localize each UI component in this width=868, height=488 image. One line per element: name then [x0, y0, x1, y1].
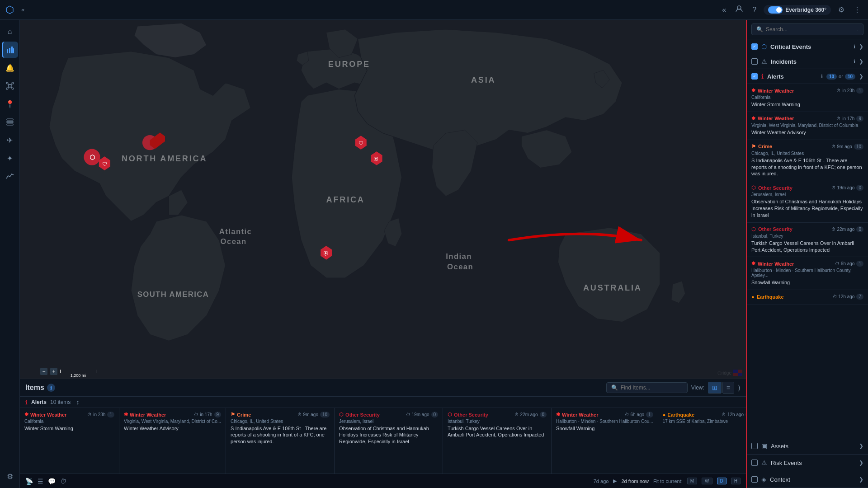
panels-icon-clock[interactable]: ⏱	[60, 478, 66, 485]
svg-rect-14	[7, 119, 13, 120]
alert-card-1[interactable]: ✱ Winter Weather ⏱ in 23h 1 California W…	[20, 408, 119, 474]
assets-checkbox[interactable]	[751, 443, 758, 449]
content-area: NORTH AMERICA EUROPE ASIA Atlantic Ocean…	[20, 20, 746, 488]
assets-expand[interactable]: ❯	[859, 443, 863, 449]
incidents-icon: ⚠	[761, 58, 767, 65]
rp-search-input[interactable]	[766, 26, 854, 33]
sidebar-item-layers[interactable]	[2, 114, 18, 130]
items-info-badge[interactable]: ℹ	[47, 384, 55, 392]
alerts-of-text: or	[839, 74, 843, 79]
ev360-toggle[interactable]: Everbridge 360°	[764, 5, 831, 15]
alert-card-3[interactable]: ⚑ Crime ⏱ 9m ago 10 Chicago, IL, United …	[226, 408, 335, 474]
card-4-location: Jerusalem, Israel	[339, 419, 438, 424]
panels-icon-feed[interactable]: 📡	[25, 478, 33, 485]
scale-text: 1,200 mi	[71, 373, 86, 378]
nav-collapse-btn[interactable]: «	[18, 5, 28, 15]
sidebar-item-chart[interactable]	[2, 168, 18, 184]
incidents-checkbox[interactable]	[751, 58, 758, 65]
rp-context-section[interactable]: ◈ Context ❯	[747, 471, 868, 488]
svg-text:🛡: 🛡	[102, 161, 107, 167]
view-buttons: ⊞ ≡	[708, 382, 734, 394]
items-title-group: Items ℹ	[25, 384, 55, 392]
svg-point-8	[6, 88, 8, 89]
event-5-time: ⏱ 22m ago	[831, 227, 855, 232]
card-5-location: Istanbul, Turkey	[448, 419, 547, 424]
map-container[interactable]: NORTH AMERICA EUROPE ASIA Atlantic Ocean…	[20, 20, 746, 379]
risk-events-checkbox[interactable]	[751, 460, 758, 466]
alert-card-2[interactable]: ✱ Winter Weather ⏱ in 17h 9 Virginia, We…	[119, 408, 226, 474]
card-5-type: ⬡ Other Security	[448, 412, 488, 418]
assets-label: Assets	[771, 443, 855, 450]
event-item-7[interactable]: ● Earthquake ⏱ 12h ago 7	[747, 290, 868, 305]
sidebar-item-home[interactable]: ⌂	[2, 23, 18, 40]
event-item-6[interactable]: ✱ Winter Weather ⏱ 6h ago 1 Haliburton -…	[747, 257, 868, 290]
user-btn[interactable]	[733, 3, 745, 17]
period-W-btn[interactable]: W	[702, 478, 712, 484]
context-expand[interactable]: ❯	[859, 476, 863, 483]
incidents-info[interactable]: ℹ	[854, 59, 855, 65]
card-3-location: Chicago, IL, United States	[231, 419, 330, 424]
svg-text:SOUTH AMERICA: SOUTH AMERICA	[137, 290, 209, 299]
cards-container: ✱ Winter Weather ⏱ in 23h 1 California W…	[20, 408, 746, 474]
rp-assets-section[interactable]: ▣ Assets ❯	[747, 438, 868, 455]
critical-events-expand[interactable]: ❯	[859, 43, 863, 50]
help-btn[interactable]: ?	[750, 4, 758, 16]
event-item-2[interactable]: ✱ Winter Weather ⏱ in 17h 9 Virginia, We…	[747, 112, 868, 140]
panel-collapse-btn[interactable]: ⟩	[738, 384, 741, 392]
event-6-header: ✱ Winter Weather ⏱ 6h ago 1	[751, 261, 863, 267]
alert-card-4[interactable]: ⬡ Other Security ⏱ 19m ago 0 Jerusalem, …	[335, 408, 443, 474]
alert-card-6[interactable]: ✱ Winter Weather ⏱ 6h ago 1 Haliburton -…	[552, 408, 658, 474]
card-4-header: ⬡ Other Security ⏱ 19m ago 0	[339, 412, 438, 418]
fit-btn[interactable]: Fit to current:	[653, 479, 683, 484]
card-4-meta: ⏱ 19m ago 0	[406, 412, 438, 418]
alerts-info[interactable]: ℹ	[821, 74, 823, 80]
sort-btn[interactable]: ↕	[76, 399, 79, 406]
svg-text:AFRICA: AFRICA	[326, 195, 365, 204]
card-6-type: ✱ Winter Weather	[556, 412, 598, 418]
sidebar-item-travel[interactable]: ✈	[2, 132, 18, 148]
sidebar-item-alerts[interactable]: 🔔	[2, 60, 18, 76]
zoom-out-btn[interactable]: −	[40, 368, 47, 375]
event-item-3[interactable]: ⚑ Crime ⏱ 9m ago 10 Chicago, IL, United …	[747, 140, 868, 182]
alert-card-7[interactable]: ● Earthquake ⏱ 12h ago 7 17 km SSE of Ka…	[658, 408, 746, 474]
alerts-expand[interactable]: ❯	[859, 73, 863, 80]
sidebar-item-star[interactable]: ✦	[2, 150, 18, 166]
sidebar-item-network[interactable]	[2, 78, 18, 94]
alert-card-5[interactable]: ⬡ Other Security ⏱ 22m ago 0 Istanbul, T…	[443, 408, 552, 474]
sidebar-item-settings[interactable]: ⚙	[2, 468, 18, 484]
settings-btn[interactable]: ⚙	[836, 4, 846, 16]
critical-events-checkbox[interactable]: ✓	[751, 43, 758, 50]
period-M-btn[interactable]: M	[687, 478, 697, 484]
card-7-header: ● Earthquake ⏱ 12h ago 7	[663, 412, 746, 418]
event-1-header: ✱ Winter Weather ⏱ in 23h 1	[751, 88, 863, 94]
rp-risk-events-section[interactable]: ⚠ Risk Events ❯	[747, 455, 868, 471]
incidents-expand[interactable]: ❯	[859, 58, 863, 65]
list-view-btn[interactable]: ≡	[722, 382, 734, 394]
sidebar-item-analytics[interactable]	[2, 42, 18, 58]
critical-events-info[interactable]: ℹ	[854, 44, 855, 50]
rp-alerts-header[interactable]: ✓ ℹ Alerts ℹ 10 or 10 ❯	[747, 69, 868, 84]
event-item-1[interactable]: ✱ Winter Weather ⏱ in 23h 1 California W…	[747, 84, 868, 112]
panels-icon-list[interactable]: ☰	[38, 478, 43, 485]
sidebar-item-location[interactable]: 📍	[2, 96, 18, 112]
alerts-count-badge: 10 or 10	[826, 74, 855, 80]
period-D-btn[interactable]: D	[717, 478, 726, 484]
collapse-right-btn[interactable]: «	[720, 4, 728, 16]
zoom-in-btn[interactable]: +	[50, 368, 57, 375]
grid-view-btn[interactable]: ⊞	[708, 382, 722, 394]
rp-critical-events-header[interactable]: ✓ ⬡ Critical Events ℹ ❯	[747, 39, 868, 54]
event-1-time: ⏱ in 23h	[836, 88, 854, 93]
risk-events-icon: ⚠	[761, 459, 767, 466]
rp-incidents-header[interactable]: ⚠ Incidents ℹ ❯	[747, 54, 868, 69]
svg-line-10	[8, 84, 9, 85]
risk-events-expand[interactable]: ❯	[859, 460, 863, 466]
items-search-input[interactable]	[621, 385, 683, 391]
period-H-btn[interactable]: H	[731, 478, 741, 484]
panels-icon-chat[interactable]: 💬	[48, 478, 56, 485]
more-btn[interactable]: ⋮	[852, 4, 863, 16]
ev360-switch[interactable]	[768, 6, 783, 14]
event-item-5[interactable]: ⬡ Other Security ⏱ 22m ago 0 Istanbul, T…	[747, 223, 868, 258]
event-item-4[interactable]: ⬡ Other Security ⏱ 19m ago 0 Jerusalem, …	[747, 181, 868, 223]
alerts-checkbox[interactable]: ✓	[751, 73, 758, 80]
context-checkbox[interactable]	[751, 476, 758, 483]
